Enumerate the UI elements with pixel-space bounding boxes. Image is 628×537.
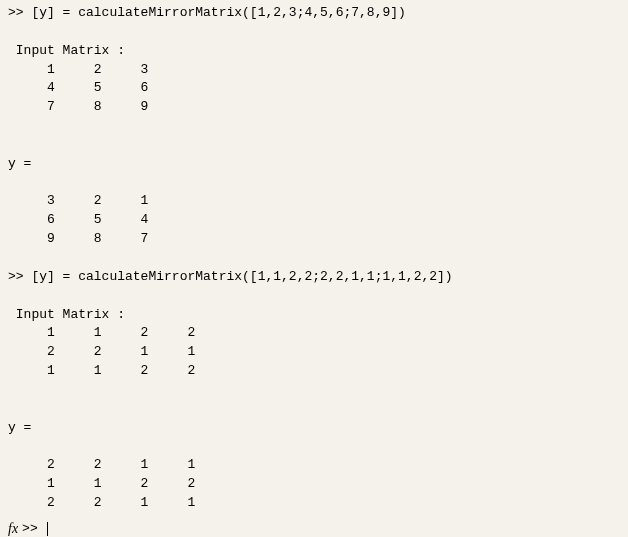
input-row: 1 1 2 2 xyxy=(8,362,620,381)
fx-icon: fx xyxy=(8,519,18,537)
blank xyxy=(8,174,620,193)
output-label-1: y = xyxy=(8,155,620,174)
output-row: 3 2 1 xyxy=(8,192,620,211)
blank xyxy=(8,249,620,268)
blank xyxy=(8,117,620,136)
output-row: 6 5 4 xyxy=(8,211,620,230)
cursor-icon xyxy=(47,522,48,536)
output-row: 1 1 2 2 xyxy=(8,475,620,494)
output-label-2: y = xyxy=(8,419,620,438)
input-row: 4 5 6 xyxy=(8,79,620,98)
input-label-1: Input Matrix : xyxy=(8,42,620,61)
blank xyxy=(8,437,620,456)
blank xyxy=(8,381,620,400)
command-2: >> [y] = calculateMirrorMatrix([1,1,2,2;… xyxy=(8,268,620,287)
output-row: 2 2 1 1 xyxy=(8,456,620,475)
blank xyxy=(8,400,620,419)
blank xyxy=(8,23,620,42)
input-label-2: Input Matrix : xyxy=(8,306,620,325)
input-row: 1 1 2 2 xyxy=(8,324,620,343)
blank xyxy=(8,287,620,306)
output-row: 9 8 7 xyxy=(8,230,620,249)
input-row: 7 8 9 xyxy=(8,98,620,117)
command-1: >> [y] = calculateMirrorMatrix([1,2,3;4,… xyxy=(8,4,620,23)
input-row: 1 2 3 xyxy=(8,61,620,80)
blank xyxy=(8,136,620,155)
output-row: 2 2 1 1 xyxy=(8,494,620,513)
command-prompt[interactable]: fx >> xyxy=(8,519,620,537)
prompt-text: >> xyxy=(22,520,45,538)
input-row: 2 2 1 1 xyxy=(8,343,620,362)
